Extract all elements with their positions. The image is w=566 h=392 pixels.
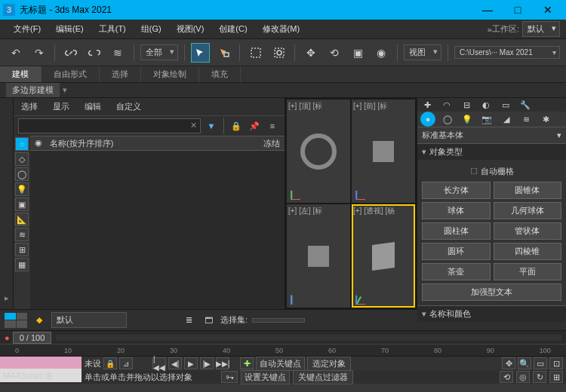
- clear-search-icon[interactable]: ✕: [190, 121, 197, 130]
- eye-icon[interactable]: ◉: [35, 138, 47, 149]
- selection-filter-dropdown[interactable]: 全部: [140, 44, 178, 60]
- lights-icon[interactable]: 💡: [460, 112, 475, 127]
- plane-button[interactable]: 平面: [494, 263, 562, 280]
- frame-display[interactable]: 0 / 100: [13, 332, 52, 344]
- list-mode-icon[interactable]: ≡: [265, 118, 280, 133]
- viewport-top-label[interactable]: [+] [顶] [标: [288, 101, 322, 112]
- filter-shape-icon[interactable]: ◯: [15, 167, 29, 181]
- autokey-button[interactable]: 自动关键点: [256, 357, 305, 371]
- hierarchy-tab-icon[interactable]: ⊟: [460, 98, 473, 112]
- spacewarps-icon[interactable]: ≋: [518, 112, 534, 127]
- maximize-button[interactable]: □: [503, 0, 533, 20]
- goto-start-button[interactable]: |◀◀: [152, 357, 166, 369]
- filter-geometry-icon[interactable]: ◇: [15, 152, 29, 166]
- ribbon-tab-selection[interactable]: 选择: [100, 66, 141, 82]
- filter-spacewarp-icon[interactable]: ≋: [15, 228, 29, 241]
- filter-camera-icon[interactable]: ▣: [15, 198, 29, 211]
- bind-spacewarp-button[interactable]: ≋: [109, 43, 128, 63]
- selected-object-dropdown[interactable]: 选定对象: [307, 357, 351, 371]
- play-button[interactable]: ▶: [184, 357, 198, 369]
- scene-tab-display[interactable]: 显示: [45, 101, 77, 112]
- zoom-icon[interactable]: 🔍: [518, 357, 531, 369]
- move-button[interactable]: ✥: [301, 43, 320, 63]
- lock-selection-icon[interactable]: 🔒: [103, 357, 117, 369]
- scene-list[interactable]: [30, 151, 285, 309]
- display-tab-icon[interactable]: ▭: [499, 98, 512, 112]
- pyramid-button[interactable]: 四棱锥: [494, 243, 562, 260]
- unlink-button[interactable]: [85, 43, 103, 63]
- pan-icon[interactable]: ✥: [502, 357, 515, 369]
- polygon-modeling-tab[interactable]: 多边形建模: [6, 83, 60, 97]
- scene-tab-select[interactable]: 选择: [14, 101, 45, 112]
- window-crossing-icon[interactable]: [269, 43, 288, 63]
- helpers-icon[interactable]: ◢: [499, 112, 514, 127]
- caret-down-icon[interactable]: ▾: [63, 85, 67, 95]
- layer-dropdown[interactable]: 默认: [51, 312, 127, 328]
- cameras-icon[interactable]: 📷: [479, 112, 494, 127]
- viewport-left-label[interactable]: [+] [左] [标: [288, 206, 322, 216]
- close-button[interactable]: ✕: [533, 0, 563, 20]
- viewport-top[interactable]: [+] [顶] [标: [287, 100, 350, 203]
- viewport-persp-label[interactable]: [+] [透视] [杨: [353, 206, 395, 216]
- orbit-icon[interactable]: ⟲: [500, 371, 513, 383]
- ref-coord-dropdown[interactable]: 视图: [404, 44, 441, 60]
- snap-icon[interactable]: ⊿: [119, 357, 133, 369]
- workspace-dropdown[interactable]: 默认 ▾: [522, 21, 560, 37]
- filter-bone-icon[interactable]: ⊞: [15, 243, 29, 256]
- placement-button[interactable]: ◉: [372, 43, 391, 63]
- named-selset-icon[interactable]: ≣: [181, 313, 196, 328]
- goto-end-button[interactable]: ▶▶|: [216, 357, 229, 369]
- ribbon-tab-objectpaint[interactable]: 对象绘制: [141, 66, 199, 82]
- create-tab-icon[interactable]: ✚: [420, 98, 434, 112]
- layer-color-icon[interactable]: ◆: [32, 313, 47, 328]
- menu-view[interactable]: 视图(V): [169, 23, 212, 35]
- geosphere-button[interactable]: 几何球体: [494, 202, 562, 219]
- filter-light-icon[interactable]: 💡: [15, 182, 29, 196]
- rect-select-icon[interactable]: [246, 43, 265, 63]
- filter-helper-icon[interactable]: 📐: [15, 213, 29, 226]
- category-dropdown[interactable]: 标准基本体▾: [417, 127, 566, 143]
- pin-icon[interactable]: 📌: [247, 118, 262, 133]
- next-frame-button[interactable]: |▶: [200, 357, 214, 369]
- scale-button[interactable]: ▣: [349, 43, 368, 63]
- rollout-object-type[interactable]: ▾对象类型: [417, 143, 566, 160]
- fov-icon[interactable]: ▭: [534, 357, 547, 369]
- select-by-name-button[interactable]: [214, 43, 233, 63]
- systems-icon[interactable]: ✱: [538, 112, 553, 127]
- torus-button[interactable]: 圆环: [422, 243, 491, 260]
- keyfilter-button[interactable]: 关键点过滤器: [293, 370, 353, 384]
- sphere-button[interactable]: 球体: [422, 202, 491, 219]
- select-object-button[interactable]: [191, 43, 210, 63]
- viewport-perspective[interactable]: [+] [透视] [杨: [352, 204, 415, 308]
- menu-file[interactable]: 文件(F): [6, 23, 48, 35]
- ribbon-tab-populate[interactable]: 填充: [199, 66, 241, 82]
- time-track[interactable]: [56, 335, 561, 341]
- redo-button[interactable]: ↷: [29, 43, 48, 63]
- viewport-layout-icon[interactable]: [5, 313, 27, 328]
- tube-button[interactable]: 管状体: [494, 222, 562, 240]
- setkey-button[interactable]: 设置关键点: [241, 370, 290, 384]
- ribbon-tab-freeform[interactable]: 自由形式: [42, 66, 100, 82]
- project-path-dropdown[interactable]: C:\Users\··· Max 2021: [454, 46, 560, 59]
- undo-button[interactable]: ↶: [6, 43, 25, 63]
- roll-icon[interactable]: ↻: [533, 371, 546, 383]
- minimize-button[interactable]: —: [472, 0, 503, 20]
- menu-tools[interactable]: 工具(T): [91, 23, 134, 35]
- zoom-extents-icon[interactable]: ⊡: [549, 357, 563, 369]
- filter-container-icon[interactable]: ▦: [15, 258, 29, 271]
- named-selset-create-icon[interactable]: 🗔: [201, 313, 216, 328]
- autogrid-checkbox[interactable]: ☐ 自动栅格: [422, 164, 561, 179]
- modify-tab-icon[interactable]: ◠: [440, 98, 454, 112]
- viewport-left[interactable]: [+] [左] [标: [287, 204, 350, 308]
- motion-tab-icon[interactable]: ◐: [479, 98, 493, 112]
- col-name[interactable]: 名称(按升序排序): [50, 138, 250, 149]
- col-freeze[interactable]: 冻结: [250, 138, 280, 149]
- scene-tab-edit[interactable]: 编辑: [77, 101, 109, 112]
- teapot-button[interactable]: 茶壶: [422, 263, 491, 280]
- viewport-front-label[interactable]: [+] [前] [标: [353, 101, 387, 112]
- set-key-large-icon[interactable]: 🗝: [221, 371, 238, 383]
- time-slider[interactable]: ● 0 / 100: [0, 330, 566, 344]
- expand-arrow-icon[interactable]: ▸: [5, 293, 9, 303]
- ribbon-tab-modeling[interactable]: 建模: [0, 66, 42, 82]
- shapes-icon[interactable]: ◯: [440, 112, 455, 127]
